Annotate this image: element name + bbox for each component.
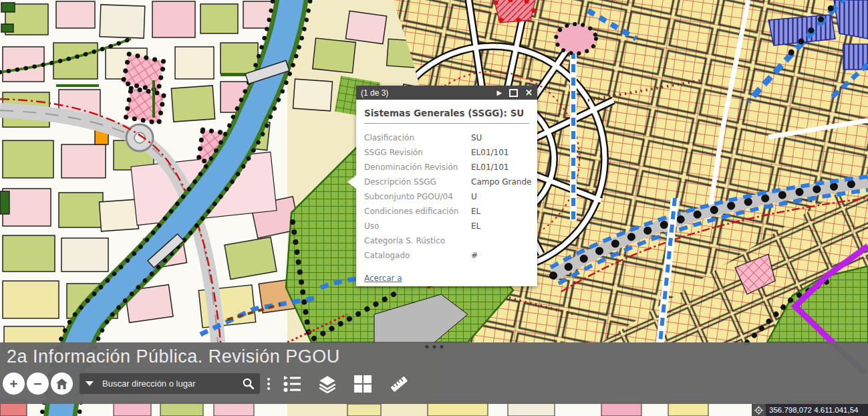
close-icon[interactable]: ✕: [525, 88, 533, 98]
measurement-button[interactable]: [388, 374, 410, 394]
field-value: EL: [471, 219, 480, 233]
field-label: SSGG Revisión: [364, 145, 471, 160]
bottom-bar: 2a Información Pública. Revisión PGOU + …: [0, 342, 868, 404]
attribute-table-handle[interactable]: [425, 345, 443, 348]
widget-buttons: [283, 374, 410, 394]
legend-button[interactable]: [283, 375, 301, 393]
field-label: Denominación Revisión: [364, 160, 471, 175]
field-label: Subconjunto PGOU/04: [364, 189, 471, 204]
zoom-in-button[interactable]: +: [3, 373, 25, 395]
search-box: [80, 373, 260, 394]
field-value: Campo Grande: [471, 175, 531, 189]
coordinate-crosshair-button[interactable]: [752, 404, 766, 416]
legend-icon: [283, 375, 301, 393]
coordinate-readout: 356.798,072 4.611.041,54: [766, 404, 868, 416]
app-stage: (1 de 3) ▶ ✕ Sistemas Generales (SSGG): …: [0, 0, 868, 416]
popup-title: Sistemas Generales (SSGG): SU: [364, 108, 529, 124]
popup-pagination: (1 de 3): [361, 88, 489, 98]
field-value: #: [471, 248, 478, 263]
field-label: Catalogado: [364, 248, 471, 263]
more-tools-icon[interactable]: [267, 378, 270, 390]
field-row: SSGG RevisiónEL01/101: [364, 145, 529, 160]
feature-popup: (1 de 3) ▶ ✕ Sistemas Generales (SSGG): …: [356, 86, 537, 286]
field-row: Condiciones edificaciónEL: [364, 204, 529, 219]
layers-icon: [317, 375, 337, 393]
field-row: Descripción SSGGCampo Grande: [364, 175, 529, 189]
field-row: Catalogado#: [364, 248, 529, 263]
field-row: Categoría S. Rústico: [364, 233, 529, 248]
field-value: U: [471, 189, 477, 204]
popup-body: Sistemas Generales (SSGG): SU Clasificac…: [356, 100, 537, 286]
field-label: Condiciones edificación: [364, 204, 471, 219]
maximize-icon[interactable]: [509, 89, 518, 97]
measurement-icon: [388, 374, 410, 394]
field-label: Descripción SSGG: [364, 175, 471, 189]
popup-header: (1 de 3) ▶ ✕: [356, 86, 537, 100]
coordinate-widget: 356.798,072 4.611.041,54: [752, 404, 868, 416]
next-feature-icon[interactable]: ▶: [496, 89, 502, 96]
field-row: UsoEL: [364, 219, 529, 233]
popup-fields: ClasificaciónSUSSGG RevisiónEL01/101Deno…: [364, 130, 529, 263]
app-title: 2a Información Pública. Revisión PGOU: [7, 346, 340, 367]
toolbar: + −: [3, 373, 410, 395]
popup-pointer: [347, 175, 356, 189]
field-value: EL01/101: [471, 160, 509, 175]
field-label: Clasificación: [364, 130, 471, 145]
field-row: ClasificaciónSU: [364, 130, 529, 145]
basemap-gallery-icon: [353, 375, 372, 393]
field-label: Uso: [364, 219, 471, 233]
home-button[interactable]: [51, 373, 73, 395]
zoom-to-link[interactable]: Acercar a: [364, 274, 402, 283]
field-row: Denominación RevisiónEL01/101: [364, 160, 529, 175]
field-row: Subconjunto PGOU/04U: [364, 189, 529, 204]
field-value: SU: [471, 130, 482, 145]
zoom-out-button[interactable]: −: [27, 373, 49, 395]
field-label: Categoría S. Rústico: [364, 233, 471, 248]
layers-button[interactable]: [317, 375, 337, 393]
search-icon[interactable]: [243, 378, 254, 389]
field-value: EL01/101: [471, 145, 509, 160]
crosshair-icon: [754, 406, 763, 415]
home-icon: [56, 379, 67, 389]
search-input[interactable]: [101, 378, 243, 389]
basemap-gallery-button[interactable]: [353, 375, 372, 393]
field-value: EL: [471, 204, 480, 219]
search-source-caret-icon[interactable]: [86, 381, 94, 386]
